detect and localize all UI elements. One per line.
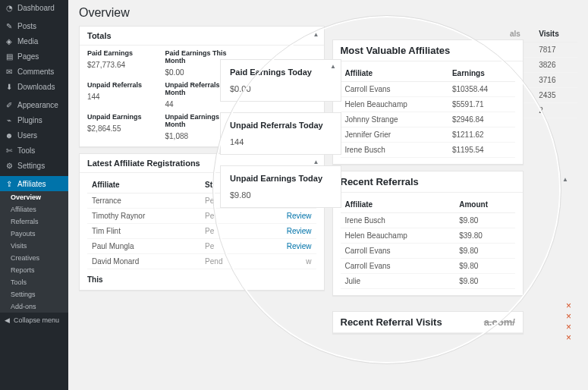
toggle-icon[interactable]: ▲ — [313, 31, 319, 38]
user-icon: ☻ — [5, 131, 14, 140]
affiliate-icon: ⇪ — [5, 179, 14, 188]
wrench-icon: ✄ — [5, 146, 14, 155]
table-row: Tim FlintPeReview — [87, 224, 316, 239]
value: 44 — [165, 100, 174, 109]
today-unpaid-earn-card: Unpaid Earnings Today $9.80 — [220, 165, 341, 208]
table-row: Johnny Strange$2946.84 — [341, 112, 515, 127]
recent-referrals-card: ▲ Recent Referrals AffiliateAmount Irene… — [332, 171, 524, 296]
submenu-referrals[interactable]: Referrals — [0, 215, 68, 228]
pin-icon: ✎ — [5, 21, 14, 30]
review-link[interactable]: w — [306, 257, 311, 266]
nav-plugins[interactable]: ⌁Plugins — [0, 112, 68, 127]
today-paid-card: ▲ Paid Earnings Today $0.00 — [220, 59, 341, 102]
value: $1,088 — [165, 132, 189, 140]
table-row: Jennifer Grier$1211.62 — [341, 127, 515, 143]
collapse-icon: ◀ — [5, 316, 10, 324]
submenu-payouts[interactable]: Payouts — [0, 228, 68, 240]
toggle-icon[interactable]: ▲ — [330, 63, 336, 70]
submenu-tools[interactable]: Tools — [0, 276, 68, 288]
close-icon[interactable]: × — [566, 332, 577, 343]
recent-visits-card: Recent Referral Visits a.com/ — [332, 311, 524, 334]
toggle-icon[interactable]: ▲ — [313, 159, 319, 165]
close-icon[interactable]: × — [566, 311, 577, 322]
table-row: Irene Busch$9.80 — [341, 213, 515, 228]
value: $27,773.64 — [87, 61, 125, 69]
affiliates-submenu: Overview Affiliates Referrals Payouts Vi… — [0, 191, 68, 313]
submenu-addons[interactable]: Add-ons — [0, 300, 68, 313]
submenu-visits[interactable]: Visits — [0, 240, 68, 252]
col-affiliate: Affiliate — [87, 177, 200, 193]
nav-settings[interactable]: ⚙Settings — [0, 158, 68, 173]
close-icon[interactable]: × — [566, 300, 577, 311]
mva-heading: Most Valuable Affiliates — [333, 40, 523, 61]
gear-icon: ⚙ — [5, 161, 14, 170]
today-unpaid-ref-card: Unpaid Referrals Today 144 — [220, 112, 341, 155]
table-row: Carroll Evans$9.80 — [341, 259, 515, 274]
review-link[interactable]: Review — [287, 212, 312, 220]
nav-downloads[interactable]: ⬇Downloads — [0, 79, 68, 94]
close-icon[interactable]: × — [566, 322, 577, 332]
nav-pages[interactable]: ▤Pages — [0, 49, 68, 64]
table-row: Julie$9.80 — [341, 274, 515, 289]
label: Unpaid Referrals — [87, 81, 161, 89]
submenu-reports[interactable]: Reports — [0, 264, 68, 276]
value: $0.00 — [165, 68, 184, 77]
table-row: David MonardPendw — [87, 254, 316, 269]
nav-dashboard[interactable]: ◔Dashboard — [0, 0, 68, 15]
this-label: This — [87, 275, 316, 284]
label: Paid Earnings — [87, 49, 161, 57]
nav-comments[interactable]: ✉Comments — [0, 64, 68, 79]
table-row: Carroll Evans$9.80 — [341, 244, 515, 259]
submenu-affiliates[interactable]: Affiliates — [0, 203, 68, 215]
table-row: Carroll Evans$10358.44 — [341, 82, 515, 97]
value: 144 — [87, 93, 100, 101]
plug-icon: ⌁ — [5, 115, 14, 124]
table-row: Irene Busch$1195.54 — [341, 143, 515, 158]
totals-heading: Totals — [80, 27, 324, 46]
recent-ref-table: AffiliateAmount Irene Busch$9.80 Helen B… — [341, 197, 515, 289]
brush-icon: ✐ — [5, 100, 14, 109]
main-content: Overview ▲ Totals Paid Earnings$27,773.6… — [68, 0, 588, 390]
nav-tools[interactable]: ✄Tools — [0, 143, 68, 158]
nav-media[interactable]: ◈Media — [0, 33, 68, 49]
submenu-creatives[interactable]: Creatives — [0, 252, 68, 264]
mva-card: Most Valuable Affiliates AffiliateEarnin… — [332, 39, 524, 165]
download-icon: ⬇ — [5, 82, 14, 91]
nav-appearance[interactable]: ✐Appearance — [0, 97, 68, 112]
table-row: Paul MunglaPeReview — [87, 239, 316, 254]
collapse-menu[interactable]: ◀Collapse menu — [0, 313, 68, 328]
toggle-icon[interactable]: ▲ — [562, 176, 568, 183]
table-row: Helen Beauchamp$39.80 — [341, 228, 515, 244]
recent-visits-heading: Recent Referral Visits a.com/ — [333, 312, 523, 333]
recent-ref-heading: Recent Referrals — [333, 171, 523, 193]
submenu-settings[interactable]: Settings — [0, 288, 68, 300]
nav-users[interactable]: ☻Users — [0, 127, 68, 143]
review-link[interactable]: Review — [287, 227, 312, 235]
table-row: Helen Beauchamp$5591.71 — [341, 97, 515, 112]
gauge-icon: ◔ — [5, 3, 14, 12]
value: $2,864.55 — [87, 124, 121, 133]
media-icon: ◈ — [5, 36, 14, 46]
nav-affiliates[interactable]: ⇪Affiliates — [0, 176, 68, 191]
nav-posts[interactable]: ✎Posts — [0, 18, 68, 33]
review-link[interactable]: Review — [287, 242, 312, 250]
page-icon: ▤ — [5, 52, 14, 61]
label: Unpaid Earnings — [87, 113, 161, 121]
admin-sidebar: ◔Dashboard ✎Posts ◈Media ▤Pages ✉Comment… — [0, 0, 68, 390]
page-title: Overview — [79, 6, 577, 20]
comment-icon: ✉ — [5, 67, 14, 76]
submenu-overview[interactable]: Overview — [0, 191, 68, 203]
table-row: Timothy RaynorPeReview — [87, 209, 316, 224]
mva-table: AffiliateEarnings Carroll Evans$10358.44… — [341, 65, 515, 158]
